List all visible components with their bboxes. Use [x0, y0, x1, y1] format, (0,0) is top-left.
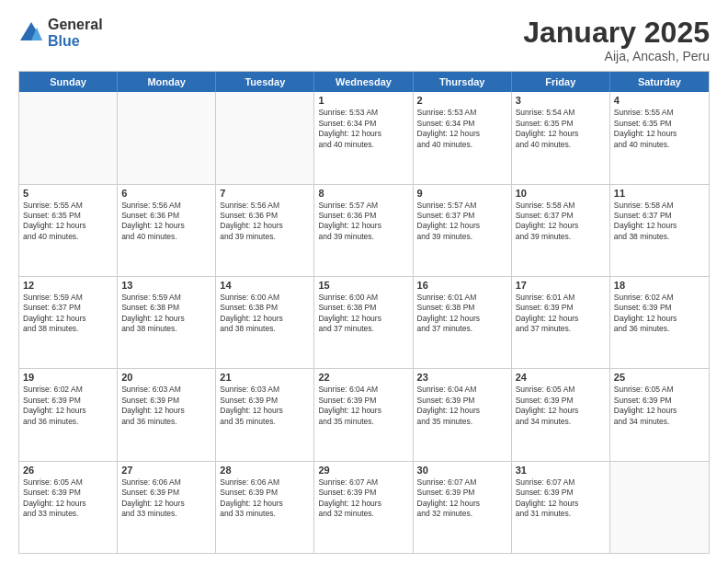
calendar-cell: 19Sunrise: 6:02 AM Sunset: 6:39 PM Dayli…: [19, 369, 118, 460]
logo-blue: Blue: [48, 33, 103, 50]
calendar-cell: 12Sunrise: 5:59 AM Sunset: 6:37 PM Dayli…: [19, 277, 118, 368]
day-info: Sunrise: 6:06 AM Sunset: 6:39 PM Dayligh…: [121, 477, 211, 520]
day-number: 29: [318, 465, 408, 476]
day-number: 11: [614, 188, 705, 199]
day-info: Sunrise: 5:55 AM Sunset: 6:35 PM Dayligh…: [23, 201, 113, 243]
day-number: 5: [23, 188, 113, 199]
day-number: 18: [614, 280, 705, 291]
calendar-week-3: 12Sunrise: 5:59 AM Sunset: 6:37 PM Dayli…: [19, 276, 709, 368]
header: General Blue January 2025 Aija, Ancash, …: [18, 17, 710, 63]
day-info: Sunrise: 6:07 AM Sunset: 6:39 PM Dayligh…: [516, 477, 606, 520]
day-info: Sunrise: 5:53 AM Sunset: 6:34 PM Dayligh…: [417, 108, 507, 150]
day-number: 25: [614, 372, 705, 383]
calendar-cell: 17Sunrise: 6:01 AM Sunset: 6:39 PM Dayli…: [512, 277, 610, 368]
day-info: Sunrise: 5:55 AM Sunset: 6:35 PM Dayligh…: [614, 108, 705, 150]
day-info: Sunrise: 6:04 AM Sunset: 6:39 PM Dayligh…: [318, 385, 408, 427]
calendar-cell: 16Sunrise: 6:01 AM Sunset: 6:38 PM Dayli…: [414, 277, 512, 368]
calendar-cell: 22Sunrise: 6:04 AM Sunset: 6:39 PM Dayli…: [314, 369, 413, 460]
calendar-cell: 31Sunrise: 6:07 AM Sunset: 6:39 PM Dayli…: [512, 462, 610, 553]
calendar-cell: 24Sunrise: 6:05 AM Sunset: 6:39 PM Dayli…: [512, 369, 610, 460]
page: General Blue January 2025 Aija, Ancash, …: [0, 0, 728, 563]
day-info: Sunrise: 6:02 AM Sunset: 6:39 PM Dayligh…: [23, 385, 113, 427]
day-number: 6: [121, 188, 211, 199]
calendar-body: 1Sunrise: 5:53 AM Sunset: 6:34 PM Daylig…: [19, 92, 709, 553]
calendar: SundayMondayTuesdayWednesdayThursdayFrid…: [18, 71, 710, 554]
day-info: Sunrise: 5:53 AM Sunset: 6:34 PM Dayligh…: [318, 108, 408, 150]
calendar-week-5: 26Sunrise: 6:05 AM Sunset: 6:39 PM Dayli…: [19, 461, 709, 553]
calendar-week-2: 5Sunrise: 5:55 AM Sunset: 6:35 PM Daylig…: [19, 184, 709, 276]
day-info: Sunrise: 6:07 AM Sunset: 6:39 PM Dayligh…: [417, 477, 507, 520]
calendar-cell: 10Sunrise: 5:58 AM Sunset: 6:37 PM Dayli…: [512, 185, 610, 276]
calendar-cell: 1Sunrise: 5:53 AM Sunset: 6:34 PM Daylig…: [314, 92, 413, 183]
day-number: 7: [220, 188, 310, 199]
day-info: Sunrise: 6:05 AM Sunset: 6:39 PM Dayligh…: [23, 477, 113, 520]
header-day-monday: Monday: [118, 72, 216, 92]
day-number: 13: [121, 280, 211, 291]
day-number: 1: [318, 95, 408, 106]
day-info: Sunrise: 5:59 AM Sunset: 6:37 PM Dayligh…: [23, 293, 113, 335]
day-number: 16: [417, 280, 507, 291]
calendar-cell: 18Sunrise: 6:02 AM Sunset: 6:39 PM Dayli…: [610, 277, 709, 368]
calendar-cell: 20Sunrise: 6:03 AM Sunset: 6:39 PM Dayli…: [118, 369, 216, 460]
calendar-cell: [610, 462, 709, 553]
day-info: Sunrise: 6:07 AM Sunset: 6:39 PM Dayligh…: [318, 477, 408, 520]
calendar-cell: 6Sunrise: 5:56 AM Sunset: 6:36 PM Daylig…: [118, 185, 216, 276]
day-info: Sunrise: 6:00 AM Sunset: 6:38 PM Dayligh…: [318, 293, 408, 335]
day-number: 3: [516, 95, 606, 106]
day-info: Sunrise: 6:02 AM Sunset: 6:39 PM Dayligh…: [614, 293, 705, 335]
calendar-cell: 14Sunrise: 6:00 AM Sunset: 6:38 PM Dayli…: [216, 277, 314, 368]
day-info: Sunrise: 5:59 AM Sunset: 6:38 PM Dayligh…: [121, 293, 211, 335]
logo-general: General: [48, 17, 103, 33]
day-number: 21: [220, 372, 310, 383]
calendar-cell: 28Sunrise: 6:06 AM Sunset: 6:39 PM Dayli…: [216, 462, 314, 553]
calendar-cell: 4Sunrise: 5:55 AM Sunset: 6:35 PM Daylig…: [610, 92, 709, 183]
day-info: Sunrise: 6:00 AM Sunset: 6:38 PM Dayligh…: [220, 293, 310, 335]
calendar-cell: 13Sunrise: 5:59 AM Sunset: 6:38 PM Dayli…: [118, 277, 216, 368]
calendar-cell: 11Sunrise: 5:58 AM Sunset: 6:37 PM Dayli…: [610, 185, 709, 276]
day-info: Sunrise: 6:04 AM Sunset: 6:39 PM Dayligh…: [417, 385, 507, 427]
calendar-cell: 15Sunrise: 6:00 AM Sunset: 6:38 PM Dayli…: [314, 277, 413, 368]
header-day-tuesday: Tuesday: [216, 72, 314, 92]
header-day-saturday: Saturday: [610, 72, 709, 92]
day-number: 20: [121, 372, 211, 383]
calendar-week-1: 1Sunrise: 5:53 AM Sunset: 6:34 PM Daylig…: [19, 92, 709, 183]
day-number: 4: [614, 95, 705, 106]
logo-icon: [18, 20, 44, 46]
calendar-week-4: 19Sunrise: 6:02 AM Sunset: 6:39 PM Dayli…: [19, 368, 709, 460]
day-number: 8: [318, 188, 408, 199]
day-number: 15: [318, 280, 408, 291]
day-info: Sunrise: 5:56 AM Sunset: 6:36 PM Dayligh…: [220, 201, 310, 243]
calendar-cell: 30Sunrise: 6:07 AM Sunset: 6:39 PM Dayli…: [414, 462, 512, 553]
day-number: 27: [121, 465, 211, 476]
calendar-header: SundayMondayTuesdayWednesdayThursdayFrid…: [19, 72, 709, 92]
title-block: January 2025 Aija, Ancash, Peru: [523, 17, 710, 63]
day-info: Sunrise: 6:01 AM Sunset: 6:39 PM Dayligh…: [516, 293, 606, 335]
day-info: Sunrise: 6:05 AM Sunset: 6:39 PM Dayligh…: [516, 385, 606, 427]
logo: General Blue: [18, 17, 103, 49]
day-number: 19: [23, 372, 113, 383]
day-info: Sunrise: 6:06 AM Sunset: 6:39 PM Dayligh…: [220, 477, 310, 520]
header-day-wednesday: Wednesday: [314, 72, 413, 92]
header-day-friday: Friday: [512, 72, 610, 92]
header-day-thursday: Thursday: [414, 72, 512, 92]
day-info: Sunrise: 5:56 AM Sunset: 6:36 PM Dayligh…: [121, 201, 211, 243]
calendar-subtitle: Aija, Ancash, Peru: [523, 49, 710, 63]
day-number: 2: [417, 95, 507, 106]
calendar-cell: 8Sunrise: 5:57 AM Sunset: 6:36 PM Daylig…: [314, 185, 413, 276]
calendar-cell: 3Sunrise: 5:54 AM Sunset: 6:35 PM Daylig…: [512, 92, 610, 183]
calendar-cell: 25Sunrise: 6:05 AM Sunset: 6:39 PM Dayli…: [610, 369, 709, 460]
calendar-cell: 29Sunrise: 6:07 AM Sunset: 6:39 PM Dayli…: [314, 462, 413, 553]
calendar-cell: 2Sunrise: 5:53 AM Sunset: 6:34 PM Daylig…: [414, 92, 512, 183]
day-info: Sunrise: 5:57 AM Sunset: 6:37 PM Dayligh…: [417, 201, 507, 243]
calendar-cell: 26Sunrise: 6:05 AM Sunset: 6:39 PM Dayli…: [19, 462, 118, 553]
day-number: 31: [516, 465, 606, 476]
calendar-cell: 21Sunrise: 6:03 AM Sunset: 6:39 PM Dayli…: [216, 369, 314, 460]
day-number: 17: [516, 280, 606, 291]
day-number: 10: [516, 188, 606, 199]
calendar-title: January 2025: [523, 17, 710, 49]
day-info: Sunrise: 6:01 AM Sunset: 6:38 PM Dayligh…: [417, 293, 507, 335]
calendar-cell: [118, 92, 216, 183]
day-info: Sunrise: 6:03 AM Sunset: 6:39 PM Dayligh…: [121, 385, 211, 427]
calendar-cell: 23Sunrise: 6:04 AM Sunset: 6:39 PM Dayli…: [414, 369, 512, 460]
day-info: Sunrise: 5:58 AM Sunset: 6:37 PM Dayligh…: [516, 201, 606, 243]
